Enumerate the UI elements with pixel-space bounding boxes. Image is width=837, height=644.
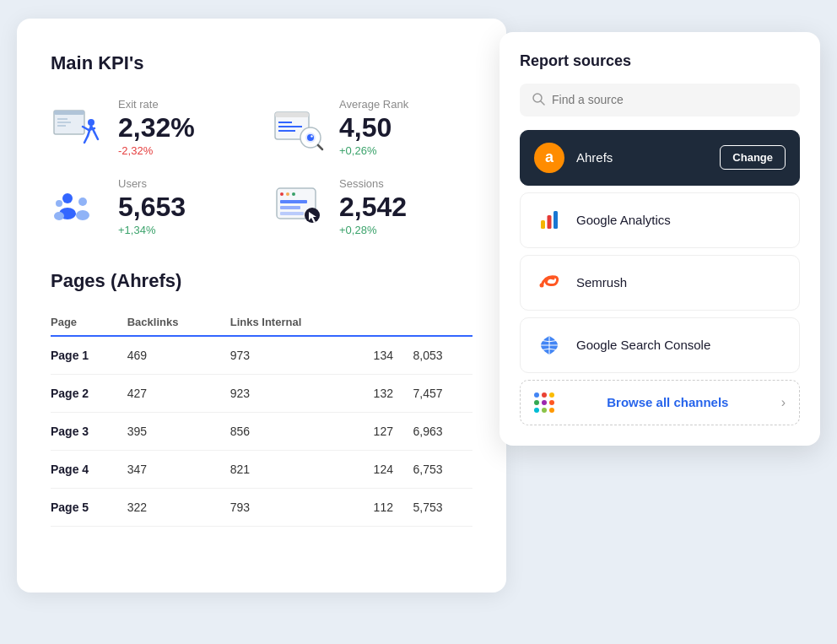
grid-dot xyxy=(534,392,539,398)
source-item-ahrefs[interactable]: a Ahrefs Change xyxy=(520,130,800,186)
svg-point-19 xyxy=(307,134,314,141)
grid-dot xyxy=(549,408,554,413)
svg-rect-32 xyxy=(280,200,307,203)
col-header-col5 xyxy=(413,309,472,336)
col-header-col4 xyxy=(374,309,413,336)
svg-point-25 xyxy=(76,210,89,220)
kpi-exit-rate-content: Exit rate 2,32% -2,32% xyxy=(118,98,195,157)
browse-channels-label: Browse all channels xyxy=(607,395,728,409)
svg-rect-41 xyxy=(554,211,558,229)
table-cell-4-2: 793 xyxy=(230,488,374,526)
table-cell-2-2: 856 xyxy=(230,412,374,450)
table-cell-3-4: 6,753 xyxy=(413,450,472,488)
table-row: Page 53227931125,753 xyxy=(51,488,472,526)
table-cell-2-3: 127 xyxy=(374,412,413,450)
search-box[interactable] xyxy=(520,84,800,116)
pages-table: Page Backlinks Links Internal Page 14699… xyxy=(51,309,472,527)
kpi-exit-rate: Exit rate 2,32% -2,32% xyxy=(51,98,251,157)
table-cell-0-0: Page 1 xyxy=(51,336,127,375)
table-cell-4-0: Page 5 xyxy=(51,488,127,526)
browse-channels[interactable]: Browse all channels › xyxy=(520,380,800,425)
table-cell-2-0: Page 3 xyxy=(51,412,127,450)
svg-point-42 xyxy=(540,283,544,287)
grid-dot xyxy=(534,408,539,413)
kpi-exit-rate-change: -2,32% xyxy=(118,144,195,157)
table-cell-1-1: 427 xyxy=(127,374,230,412)
kpi-avg-rank-value: 4,50 xyxy=(339,114,408,141)
col-header-links-internal: Links Internal xyxy=(230,309,374,336)
kpi-avg-rank-content: Average Rank 4,50 +0,26% xyxy=(339,98,408,157)
grid-dot xyxy=(549,392,554,398)
table-cell-1-2: 923 xyxy=(230,374,374,412)
kpi-sessions-content: Sessions 2,542 +0,28% xyxy=(339,177,407,236)
table-cell-4-3: 112 xyxy=(374,488,413,526)
kpi-users-value: 5,653 xyxy=(118,193,186,220)
source-name-ahrefs: Ahrefs xyxy=(576,150,708,165)
sessions-icon xyxy=(272,180,326,234)
table-row: Page 24279231327,457 xyxy=(51,374,472,412)
grid-dot xyxy=(542,408,547,413)
panel-title: Report sources xyxy=(520,52,800,70)
grid-dot xyxy=(542,400,547,405)
table-cell-0-3: 134 xyxy=(374,336,413,375)
svg-line-8 xyxy=(84,136,88,143)
table-cell-0-2: 973 xyxy=(230,336,374,375)
svg-rect-39 xyxy=(541,220,545,229)
table-cell-3-1: 347 xyxy=(127,450,230,488)
table-cell-3-0: Page 4 xyxy=(51,450,127,488)
search-input[interactable] xyxy=(552,93,788,106)
table-cell-1-0: Page 2 xyxy=(51,374,127,412)
source-name-google-analytics: Google Analytics xyxy=(576,213,786,227)
table-cell-0-1: 469 xyxy=(127,336,230,375)
kpi-exit-rate-value: 2,32% xyxy=(118,114,195,141)
kpi-avg-rank: Average Rank 4,50 +0,26% xyxy=(272,98,472,157)
svg-rect-34 xyxy=(280,212,304,215)
svg-rect-1 xyxy=(54,111,84,115)
source-item-google-analytics[interactable]: Google Analytics xyxy=(520,192,800,248)
source-item-google-search-console[interactable]: Google Search Console xyxy=(520,317,800,373)
kpi-sessions-change: +0,28% xyxy=(339,224,407,236)
svg-point-30 xyxy=(286,192,289,196)
grid-dot xyxy=(534,400,539,405)
kpi-users-label: Users xyxy=(118,177,186,190)
semrush-logo xyxy=(534,268,564,298)
kpi-users-change: +1,34% xyxy=(118,224,186,236)
dots-grid-icon xyxy=(534,392,554,413)
ahrefs-logo: a xyxy=(534,143,564,173)
table-cell-3-3: 124 xyxy=(374,450,413,488)
avg-rank-icon xyxy=(272,100,326,154)
table-cell-0-4: 8,053 xyxy=(413,336,472,375)
svg-point-22 xyxy=(62,193,73,203)
report-sources-panel: Report sources a Ahrefs Change xyxy=(500,32,820,446)
table-cell-3-2: 821 xyxy=(230,450,374,488)
svg-rect-33 xyxy=(280,206,300,209)
kpi-grid: Exit rate 2,32% -2,32% xyxy=(51,98,472,236)
kpi-sessions: Sessions 2,542 +0,28% xyxy=(272,177,472,236)
svg-point-24 xyxy=(78,198,87,206)
grid-dot xyxy=(542,392,547,398)
svg-line-9 xyxy=(94,133,98,139)
table-row: Page 33958561276,963 xyxy=(51,412,472,450)
table-cell-4-4: 5,753 xyxy=(413,488,472,526)
col-header-page: Page xyxy=(51,309,127,336)
change-button[interactable]: Change xyxy=(720,145,786,170)
col-header-backlinks: Backlinks xyxy=(127,309,230,336)
svg-point-29 xyxy=(280,192,284,196)
svg-point-26 xyxy=(56,200,62,207)
source-item-semrush[interactable]: Semrush xyxy=(520,255,800,311)
table-cell-1-4: 7,457 xyxy=(413,374,472,412)
kpi-exit-rate-label: Exit rate xyxy=(118,98,195,111)
kpi-sessions-label: Sessions xyxy=(339,177,407,190)
table-cell-1-3: 132 xyxy=(374,374,413,412)
google-search-console-logo xyxy=(534,330,564,360)
svg-line-21 xyxy=(318,145,322,149)
exit-rate-icon xyxy=(51,100,105,154)
search-icon xyxy=(532,92,545,108)
kpi-users-content: Users 5,653 +1,34% xyxy=(118,177,186,236)
table-row: Page 43478211246,753 xyxy=(51,450,472,488)
table-cell-2-4: 6,963 xyxy=(413,412,472,450)
table-cell-2-1: 395 xyxy=(127,412,230,450)
kpi-avg-rank-label: Average Rank xyxy=(339,98,408,111)
users-icon xyxy=(51,180,105,234)
main-dashboard-card: Main KPI's xyxy=(17,19,506,593)
